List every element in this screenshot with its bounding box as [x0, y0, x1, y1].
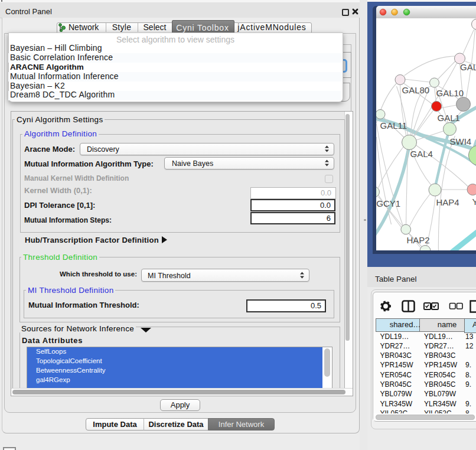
svg-text:YJL21: YJL21 [472, 197, 476, 207]
svg-text:HAP4: HAP4 [436, 197, 459, 207]
svg-text:GCY1: GCY1 [376, 198, 400, 208]
svg-text:GAL10: GAL10 [436, 88, 464, 98]
svg-text:GAL11: GAL11 [380, 120, 407, 131]
svg-text:SWI4: SWI4 [449, 136, 471, 146]
svg-text:HAP2: HAP2 [406, 235, 429, 245]
svg-text:GAL80: GAL80 [402, 85, 429, 95]
svg-text:GAL7: GAL7 [460, 62, 476, 72]
svg-text:GAL4: GAL4 [410, 149, 432, 159]
svg-text:GAL1: GAL1 [437, 113, 459, 123]
